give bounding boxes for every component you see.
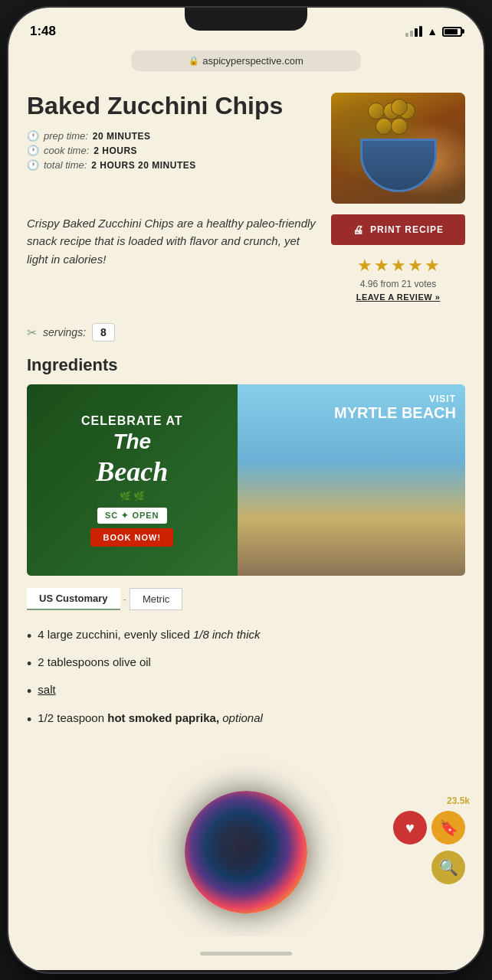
siri-glow (185, 791, 307, 913)
status-bar: 1:48 ▲ (8, 8, 484, 46)
search-icon: 🔍 (439, 858, 458, 877)
ad-banner[interactable]: ▶ CELEBRATE AT The Beach 🌿 🌿 SC ✦ OPEN B… (27, 384, 465, 576)
bullet-icon: • (27, 682, 31, 701)
recipe-image (331, 93, 465, 204)
total-time-icon: 🕐 (27, 159, 39, 171)
bullet-icon: • (27, 710, 31, 730)
recipe-description: Crispy Baked Zucchini Chips are a health… (27, 214, 319, 268)
prep-time-label: prep time: (44, 130, 88, 142)
search-button[interactable]: 🔍 (431, 851, 465, 884)
lock-icon: 🔒 (189, 56, 199, 66)
ad-leaves-icon: 🌿 🌿 (120, 491, 145, 501)
prep-time-value: 20 MINUTES (93, 131, 151, 142)
ad-left: CELEBRATE AT The Beach 🌿 🌿 SC ✦ OPEN BOO… (27, 384, 238, 576)
list-item: • 2 tablespoons olive oil (27, 650, 465, 678)
recipe-title: Baked Zucchini Chips (27, 93, 319, 119)
ingredient-text: 4 large zucchini, evenly sliced 1/8 inch… (38, 626, 260, 642)
ad-myrtle-beach-text: MYRTLE BEACH (334, 404, 456, 421)
total-time-value: 2 HOURS 20 MINUTES (91, 160, 195, 171)
home-bar[interactable] (200, 952, 292, 956)
page-content: Baked Zucchini Chips 🕐 prep time: 20 MIN… (8, 79, 484, 936)
ad-sc-open: SC ✦ OPEN (97, 508, 167, 524)
bullet-icon: • (27, 655, 31, 674)
heart-icon: ♥ (405, 819, 415, 837)
cook-time-row: 🕐 cook time: 2 HOURS (27, 145, 319, 156)
recipe-times: 🕐 prep time: 20 MINUTES 🕐 cook time: 2 H… (27, 130, 319, 171)
star-3[interactable]: ★ (391, 256, 406, 276)
wifi-icon: ▲ (427, 25, 438, 38)
prep-time-row: 🕐 prep time: 20 MINUTES (27, 130, 319, 142)
ad-beach-text: Beach (96, 456, 168, 488)
ad-book-now[interactable]: BOOK NOW! (90, 528, 173, 547)
cook-time-label: cook time: (44, 145, 89, 156)
ad-right: visit MYRTLE BEACH (238, 384, 465, 576)
list-item: • salt (27, 678, 465, 705)
phone-frame: 1:48 ▲ 🔒 aspicyperspective.com Baked Zuc… (8, 8, 484, 972)
cook-time-icon: 🕐 (27, 145, 39, 156)
ingredient-text: salt (38, 681, 55, 697)
recipe-right-actions: 🖨 PRINT RECIPE ★ ★ ★ ★ ★ 4.96 from 21 vo… (331, 214, 465, 302)
battery-icon (442, 27, 462, 37)
ad-the-text: The (113, 430, 151, 454)
servings-label: servings: (43, 326, 86, 338)
list-item: • 4 large zucchini, evenly sliced 1/8 in… (27, 622, 465, 650)
tab-metric[interactable]: Metric (130, 588, 182, 610)
star-1[interactable]: ★ (357, 256, 372, 276)
total-time-label: total time: (44, 159, 87, 171)
ingredients-title: Ingredients (27, 355, 465, 375)
status-time: 1:48 (30, 24, 56, 39)
leave-review-link[interactable]: LEAVE A REVIEW » (356, 292, 441, 302)
recipe-header-left: Baked Zucchini Chips 🕐 prep time: 20 MIN… (27, 93, 319, 204)
cook-time-value: 2 HOURS (93, 145, 137, 156)
ad-visit-text: visit (429, 394, 456, 404)
star-5[interactable]: ★ (425, 256, 440, 276)
rating-section: ★ ★ ★ ★ ★ 4.96 from 21 votes LEAVE A REV… (331, 256, 465, 302)
tab-us-customary[interactable]: US Customary (27, 588, 120, 610)
count-badge: 23.5k (447, 795, 470, 806)
ingredient-text: 2 tablespoons olive oil (38, 654, 151, 670)
rating-votes: 4.96 from 21 votes (360, 279, 436, 289)
home-indicator (8, 936, 484, 970)
signal-bars-icon (405, 26, 422, 37)
recipe-image-container (331, 93, 465, 204)
ingredients-list: • 4 large zucchini, evenly sliced 1/8 in… (27, 622, 465, 733)
servings-icon: ✂ (27, 325, 37, 340)
browser-bar: 🔒 aspicyperspective.com (8, 46, 484, 79)
url-text: aspicyperspective.com (202, 55, 303, 67)
url-bar[interactable]: 🔒 aspicyperspective.com (131, 51, 361, 71)
servings-value[interactable]: 8 (92, 323, 115, 341)
recipe-header: Baked Zucchini Chips 🕐 prep time: 20 MIN… (27, 93, 465, 204)
heart-button[interactable]: ♥ (393, 811, 427, 844)
measurement-tabs: US Customary - Metric (27, 588, 465, 610)
prep-time-icon: 🕐 (27, 130, 39, 142)
servings-row: ✂ servings: 8 (27, 323, 465, 341)
tab-divider: - (120, 593, 130, 605)
star-4[interactable]: ★ (408, 256, 423, 276)
ad-celebrate-text: CELEBRATE AT (81, 413, 183, 428)
siri-overlay (185, 791, 307, 913)
ingredient-text: 1/2 teaspoon hot smoked paprika, optiona… (38, 710, 263, 726)
star-2[interactable]: ★ (374, 256, 389, 276)
print-icon: 🖨 (353, 224, 364, 236)
bullet-icon: • (27, 627, 31, 646)
stars[interactable]: ★ ★ ★ ★ ★ (357, 256, 440, 276)
list-item: • 1/2 teaspoon hot smoked paprika, optio… (27, 706, 465, 733)
save-button[interactable]: 🔖 (431, 811, 465, 844)
status-icons: ▲ (405, 25, 462, 38)
print-recipe-button[interactable]: 🖨 PRINT RECIPE (331, 214, 465, 245)
bookmark-icon: 🔖 (439, 818, 458, 837)
total-time-row: 🕐 total time: 2 HOURS 20 MINUTES (27, 159, 319, 171)
